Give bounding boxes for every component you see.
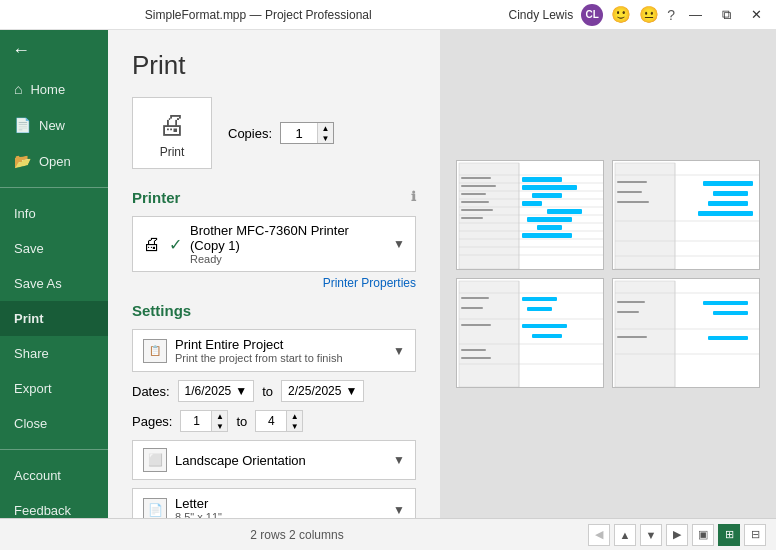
sidebar-item-save[interactable]: Save [0,231,108,266]
copies-input[interactable] [281,124,317,143]
copies-spinner: ▲ ▼ [317,123,333,143]
orientation-main: Landscape Orientation [175,453,385,468]
print-button[interactable]: 🖨 Print [132,97,212,169]
svg-rect-37 [708,201,748,206]
sidebar-item-home[interactable]: ⌂ Home [0,71,108,107]
info-icon[interactable]: ℹ [411,189,416,204]
restore-button[interactable]: ⧉ [716,5,737,25]
page-from-input[interactable] [181,412,211,430]
date-to-select[interactable]: 2/25/2025 ▼ [281,380,364,402]
copies-input-wrap: ▲ ▼ [280,122,334,144]
paper-main: Letter [175,496,385,511]
page-info-text: 2 rows 2 columns [10,528,584,542]
sidebar-item-new[interactable]: 📄 New [0,107,108,143]
sidebar-item-account[interactable]: Account [0,458,108,493]
prev-page-button[interactable]: ◀ [588,524,610,546]
page-to-label: to [236,414,247,429]
sidebar-label-print: Print [14,311,44,326]
svg-rect-14 [522,177,562,182]
preview-page-3 [456,278,604,388]
view-fit-button[interactable]: ⊟ [744,524,766,546]
help-icon[interactable]: ? [667,7,675,23]
content-area: Print 🖨 Print Copies: ▲ ▼ [108,30,776,518]
scope-sub: Print the project from start to finish [175,352,385,364]
svg-rect-41 [617,201,649,203]
view-single-button[interactable]: ▣ [692,524,714,546]
svg-rect-27 [461,217,483,219]
preview-page-4 [612,278,760,388]
page-to-input[interactable] [256,412,286,430]
copies-area: Copies: ▲ ▼ [228,122,334,144]
settings-section-title: Settings [132,302,416,319]
preview-page-2 [612,160,760,270]
page-from-wrap: ▲ ▼ [180,410,228,432]
svg-rect-15 [522,185,577,190]
svg-rect-23 [461,185,496,187]
paper-setting[interactable]: 📄 Letter 8.5" x 11" ▼ [132,488,416,518]
sidebar-item-open[interactable]: 📂 Open [0,143,108,179]
close-button[interactable]: ✕ [745,5,768,24]
svg-rect-59 [615,281,675,387]
svg-rect-53 [461,297,489,299]
svg-rect-43 [459,281,519,387]
sidebar-item-saveas[interactable]: Save As [0,266,108,301]
smiley-icon[interactable]: 🙂 [611,5,631,24]
sidebar-label-new: New [39,118,65,133]
svg-rect-68 [617,311,639,313]
svg-rect-17 [522,201,542,206]
sidebar-item-info[interactable]: Info [0,196,108,231]
paper-dropdown-arrow: ▼ [393,503,405,517]
paper-text: Letter 8.5" x 11" [175,496,385,518]
printer-properties-link[interactable]: Printer Properties [132,276,416,290]
svg-rect-64 [703,301,748,305]
svg-rect-19 [527,217,572,222]
printer-info: Brother MFC-7360N Printer (Copy 1) Ready [190,223,385,265]
sidebar-divider-1 [0,187,108,188]
sidebar-item-share[interactable]: Share [0,336,108,371]
scope-dropdown-arrow: ▼ [393,344,405,358]
svg-rect-38 [698,211,753,216]
sidebar-item-feedback[interactable]: Feedback [0,493,108,518]
sidebar-item-close[interactable]: Close [0,406,108,441]
next-page-button[interactable]: ▶ [666,524,688,546]
scope-icon: 📋 [143,339,167,363]
view-grid-button[interactable]: ⊞ [718,524,740,546]
down-page-button[interactable]: ▼ [640,524,662,546]
page-to-spinner: ▲ ▼ [286,411,302,431]
page-from-down[interactable]: ▼ [211,421,227,431]
date-from-select[interactable]: 1/6/2025 ▼ [178,380,255,402]
sidebar-label-open: Open [39,154,71,169]
svg-rect-18 [547,209,582,214]
svg-rect-26 [461,209,493,211]
svg-rect-57 [461,357,491,359]
svg-rect-25 [461,201,489,203]
svg-rect-21 [522,233,572,238]
sidebar-item-export[interactable]: Export [0,371,108,406]
preview-grid [440,144,776,404]
printer-selector[interactable]: 🖨 ✓ Brother MFC-7360N Printer (Copy 1) R… [132,216,416,272]
up-page-button[interactable]: ▲ [614,524,636,546]
printer-icon: 🖨 [158,108,186,141]
svg-rect-20 [537,225,562,230]
svg-rect-29 [615,163,675,269]
svg-rect-55 [461,324,491,326]
orientation-setting[interactable]: ⬜ Landscape Orientation ▼ [132,440,416,480]
page-from-up[interactable]: ▲ [211,411,227,421]
minimize-button[interactable]: — [683,5,708,24]
warning-icon[interactable]: 😐 [639,5,659,24]
svg-rect-24 [461,193,486,195]
print-scope-setting[interactable]: 📋 Print Entire Project Print the project… [132,329,416,372]
titlebar: SimpleFormat.mpp — Project Professional … [0,0,776,30]
svg-rect-54 [461,307,483,309]
page-to-down[interactable]: ▼ [286,421,302,431]
copies-up-button[interactable]: ▲ [317,123,333,133]
sidebar-item-print[interactable]: Print [0,301,108,336]
copies-down-button[interactable]: ▼ [317,133,333,143]
page-to-up[interactable]: ▲ [286,411,302,421]
print-copies-area: 🖨 Print Copies: ▲ ▼ [132,97,416,169]
sidebar-label-feedback: Feedback [14,503,71,518]
bottom-bar: 2 rows 2 columns ◀ ▲ ▼ ▶ ▣ ⊞ ⊟ [0,518,776,550]
preview-page-1 [456,160,604,270]
sidebar-label-home: Home [30,82,65,97]
back-button[interactable]: ← [0,30,108,71]
